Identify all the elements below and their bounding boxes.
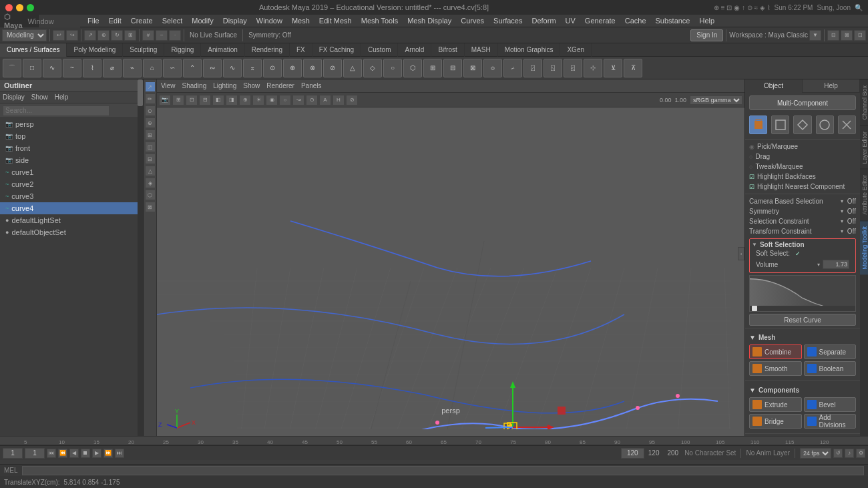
- curve-handle-left[interactable]: [752, 306, 757, 311]
- vp-wire-btn[interactable]: ⊟: [199, 95, 211, 105]
- undo-button[interactable]: ↩: [53, 30, 65, 41]
- shelf-icon-11[interactable]: ∾: [203, 59, 222, 77]
- move-tool[interactable]: ⊕: [97, 30, 110, 41]
- shelf-icon-9[interactable]: ∽: [163, 59, 182, 77]
- tool11-btn[interactable]: ⊠: [145, 202, 156, 212]
- boolean-button[interactable]: Boolean: [804, 361, 857, 376]
- shelf-icon-22[interactable]: ⊞: [423, 59, 442, 77]
- outliner-item-default-object-set[interactable]: ● defaultObjectSet: [0, 226, 143, 238]
- shelf-icon-25[interactable]: ⌾: [483, 59, 502, 77]
- vp-gate-btn[interactable]: ⊘: [346, 95, 358, 105]
- drag-radio[interactable]: ○: [749, 154, 752, 160]
- shelf-icon-28[interactable]: ⍂: [544, 59, 562, 77]
- shelf-tab-motion[interactable]: Motion Graphics: [498, 43, 561, 57]
- sound-button[interactable]: ♪: [845, 449, 854, 458]
- ss-collapse-icon[interactable]: ▼: [752, 242, 757, 248]
- shelf-icon-2[interactable]: □: [23, 59, 41, 77]
- vp-shadow-btn[interactable]: ◉: [266, 95, 278, 105]
- menu-modify[interactable]: Modify: [187, 15, 218, 27]
- outliner-item-side[interactable]: 📷 side: [0, 154, 143, 166]
- shelf-tab-poly[interactable]: Poly Modeling: [67, 43, 123, 57]
- bridge-button[interactable]: Bridge: [749, 414, 802, 429]
- menu-generate[interactable]: Generate: [580, 15, 620, 27]
- skip-start-button[interactable]: ⏮: [47, 449, 56, 458]
- menu-edit[interactable]: Edit: [104, 15, 126, 27]
- shelf-icon-26[interactable]: ⌿: [503, 59, 522, 77]
- layout-btn3[interactable]: ⊡: [854, 30, 866, 41]
- select-tool[interactable]: ↗: [84, 30, 96, 41]
- shelf-icon-27[interactable]: ⍁: [523, 59, 542, 77]
- workspace-dropdown[interactable]: ▼: [809, 30, 821, 41]
- multi-component-button[interactable]: Multi-Component: [749, 95, 856, 110]
- menu-create[interactable]: Create: [126, 15, 158, 27]
- shelf-icon-16[interactable]: ⊗: [303, 59, 322, 77]
- tool7-btn[interactable]: ⊟: [145, 154, 156, 164]
- combine-button[interactable]: Combine: [749, 344, 802, 359]
- vp-snap-btn[interactable]: ⊡: [186, 95, 198, 105]
- tool8-btn[interactable]: △: [145, 166, 156, 176]
- outliner-item-front[interactable]: 📷 front: [0, 142, 143, 154]
- sign-in-button[interactable]: Sign In: [690, 29, 723, 41]
- viewport-menu-renderer[interactable]: Renderer: [266, 82, 294, 89]
- shelf-icon-18[interactable]: △: [343, 59, 362, 77]
- stop-button[interactable]: ⏹: [81, 449, 90, 458]
- redo-button[interactable]: ↪: [66, 30, 78, 41]
- shelf-icon-7[interactable]: ⌁: [123, 59, 142, 77]
- help-tab[interactable]: Help: [803, 79, 860, 93]
- comp-collapse-icon[interactable]: ▼: [749, 387, 756, 394]
- outliner-item-persp[interactable]: 📷 persp: [0, 118, 143, 130]
- shelf-icon-29[interactable]: ⍃: [564, 59, 582, 77]
- step-forward-button[interactable]: ⏩: [103, 449, 113, 458]
- highlight-backfaces-check[interactable]: ☑: [749, 174, 754, 180]
- settings-button[interactable]: ⚙: [856, 449, 865, 458]
- vp-aa-btn[interactable]: A: [319, 95, 331, 105]
- extrude-button[interactable]: Extrude: [749, 397, 802, 412]
- mel-input[interactable]: [22, 466, 864, 475]
- outliner-menu-show[interactable]: Show: [31, 93, 48, 101]
- play-button[interactable]: ▶: [92, 449, 101, 458]
- outliner-scrollbar[interactable]: [138, 79, 143, 443]
- modeling-toolkit-tab[interactable]: Modeling Toolkit: [860, 220, 868, 274]
- pick-marquee-radio[interactable]: ◉: [749, 144, 754, 150]
- tool5-btn[interactable]: ⊞: [145, 130, 156, 140]
- vp-light-btn[interactable]: ☀: [252, 95, 264, 105]
- shelf-tab-arnold[interactable]: Arnold: [398, 43, 431, 57]
- menu-mesh-tools[interactable]: Mesh Tools: [357, 15, 403, 27]
- window-controls[interactable]: [5, 4, 34, 11]
- skip-end-button[interactable]: ⏭: [115, 449, 124, 458]
- menu-cache[interactable]: Cache: [620, 15, 651, 27]
- scale-tool[interactable]: ⊞: [124, 30, 136, 41]
- shelf-tab-xgen[interactable]: XGen: [560, 43, 592, 57]
- step-back-button[interactable]: ⏪: [58, 449, 67, 458]
- menu-mesh-display[interactable]: Mesh Display: [403, 15, 456, 27]
- soft-selection-header[interactable]: ▼ Soft Selection: [752, 241, 853, 248]
- shelf-icon-3[interactable]: ∿: [43, 59, 61, 77]
- shelf-icon-15[interactable]: ⊕: [283, 59, 302, 77]
- shelf-icon-19[interactable]: ◇: [363, 59, 382, 77]
- menu-mesh[interactable]: Mesh: [287, 15, 314, 27]
- shelf-icon-4[interactable]: ~: [63, 59, 81, 77]
- volume-input[interactable]: [823, 260, 849, 269]
- viewport-menu-lighting[interactable]: Lighting: [213, 82, 236, 89]
- shelf-icon-12[interactable]: ∿: [223, 59, 242, 77]
- shelf-icon-5[interactable]: ⌇: [83, 59, 101, 77]
- layout-btn2[interactable]: ⊠: [841, 30, 853, 41]
- close-button[interactable]: [5, 4, 13, 11]
- vp-gamma-select[interactable]: sRGB gamma: [690, 95, 742, 105]
- menu-substance[interactable]: Substance: [651, 15, 695, 27]
- right-panel-expand[interactable]: ‹: [738, 247, 744, 260]
- paint-btn[interactable]: ✏: [145, 93, 156, 104]
- menu-deform[interactable]: Deform: [527, 15, 560, 27]
- vp-dof-btn[interactable]: ⊙: [306, 95, 318, 105]
- shelf-icon-1[interactable]: ⌒: [3, 59, 21, 77]
- shelf-icon-30[interactable]: ⊹: [584, 59, 602, 77]
- outliner-menu-display[interactable]: Display: [3, 93, 25, 101]
- outliner-item-curve2[interactable]: ~ curve2: [0, 178, 143, 190]
- shelf-tab-animation[interactable]: Animation: [201, 43, 244, 57]
- shelf-icon-6[interactable]: ⌀: [103, 59, 122, 77]
- play-back-button[interactable]: ◀: [69, 449, 79, 458]
- shelf-icon-21[interactable]: ⬡: [403, 59, 422, 77]
- vp-layout-btn[interactable]: ⊞: [172, 95, 184, 105]
- shelf-tab-curves-surfaces[interactable]: Curves / Surfaces: [0, 43, 67, 57]
- smooth-button[interactable]: Smooth: [749, 361, 802, 376]
